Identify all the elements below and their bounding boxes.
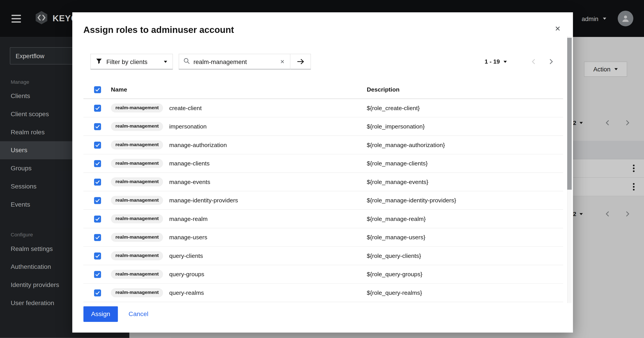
- badge-cell: realm-management: [111, 270, 169, 279]
- role-name: manage-events: [169, 179, 210, 185]
- role-name: query-realms: [169, 290, 204, 296]
- role-description: ${role_query-groups}: [367, 271, 422, 278]
- role-description: ${role_manage-authorization}: [367, 142, 445, 148]
- clear-search-icon[interactable]: ✕: [279, 58, 285, 65]
- row-checkbox[interactable]: [94, 289, 101, 296]
- modal-title: Assign roles to adminuser account: [83, 24, 234, 35]
- pagination-next-button[interactable]: [542, 59, 560, 64]
- role-row: realm-management query-clients ${role_qu…: [83, 247, 563, 265]
- client-badge: realm-management: [111, 140, 163, 149]
- role-row: realm-management create-client ${role_cr…: [83, 99, 563, 118]
- roles-table-body: realm-management create-client ${role_cr…: [83, 99, 563, 302]
- role-description: ${role_manage-users}: [367, 234, 426, 240]
- search-group: ✕: [179, 54, 311, 70]
- pagination-range-label: 1 - 19: [484, 58, 500, 65]
- role-row: realm-management manage-identity-provide…: [83, 192, 563, 210]
- badge-cell: realm-management: [111, 288, 169, 297]
- row-checkbox[interactable]: [94, 160, 101, 167]
- check-icon: [96, 162, 100, 166]
- filter-dropdown-label: Filter by clients: [106, 58, 147, 65]
- client-badge: realm-management: [111, 288, 163, 297]
- role-description: ${role_manage-identity-providers}: [367, 197, 456, 204]
- check-icon: [96, 125, 100, 128]
- select-all-checkbox[interactable]: [94, 86, 101, 93]
- role-name: create-client: [169, 105, 202, 111]
- check-icon: [96, 88, 100, 92]
- role-row: realm-management manage-authorization ${…: [83, 136, 563, 154]
- role-row: realm-management manage-users ${role_man…: [83, 228, 563, 247]
- client-badge: realm-management: [111, 122, 163, 131]
- role-name: query-clients: [169, 252, 203, 259]
- pagination-prev-button[interactable]: [524, 59, 542, 64]
- table-header-row: Name Description: [83, 80, 563, 99]
- row-checkbox[interactable]: [94, 178, 101, 185]
- check-icon: [96, 198, 100, 202]
- filter-by-clients-dropdown[interactable]: Filter by clients: [90, 54, 173, 70]
- role-description: ${role_manage-clients}: [367, 160, 428, 166]
- row-checkbox[interactable]: [94, 234, 101, 241]
- pagination-range-dropdown[interactable]: 1 - 19: [484, 58, 507, 65]
- search-input[interactable]: [194, 58, 276, 65]
- role-row: realm-management query-realms ${role_que…: [83, 284, 563, 302]
- check-icon: [96, 291, 100, 295]
- search-icon: [184, 58, 190, 66]
- search-submit-button[interactable]: [290, 54, 311, 70]
- client-badge: realm-management: [111, 233, 163, 242]
- badge-cell: realm-management: [111, 233, 169, 242]
- filter-icon: [96, 58, 102, 65]
- role-name: impersonation: [169, 123, 207, 130]
- role-description: ${role_impersonation}: [367, 123, 425, 130]
- client-badge: realm-management: [111, 270, 163, 279]
- chevron-down-icon: [504, 61, 507, 63]
- arrow-right-icon: [297, 59, 304, 64]
- chevron-down-icon: [164, 61, 167, 63]
- role-row: realm-management query-groups ${role_que…: [83, 265, 563, 284]
- role-name: manage-users: [169, 234, 207, 240]
- row-checkbox[interactable]: [94, 215, 101, 222]
- column-header-name: Name: [111, 86, 127, 93]
- badge-cell: realm-management: [111, 251, 169, 260]
- row-checkbox[interactable]: [94, 104, 101, 112]
- client-badge: realm-management: [111, 251, 163, 260]
- check-icon: [96, 180, 100, 184]
- role-name: query-groups: [169, 271, 204, 278]
- row-checkbox[interactable]: [94, 197, 101, 204]
- roles-table: Name Description realm-management create…: [83, 80, 563, 302]
- badge-cell: realm-management: [111, 140, 169, 149]
- client-badge: realm-management: [111, 214, 163, 224]
- assign-button[interactable]: Assign: [83, 306, 118, 322]
- row-checkbox[interactable]: [94, 252, 101, 259]
- role-name: manage-identity-providers: [169, 197, 238, 204]
- role-description: ${role_create-client}: [367, 105, 420, 111]
- role-description: ${role_query-realms}: [367, 290, 422, 296]
- row-checkbox[interactable]: [94, 142, 101, 148]
- client-badge: realm-management: [111, 159, 163, 168]
- assign-roles-modal: Assign roles to adminuser account ✕ Filt…: [72, 12, 573, 333]
- column-header-description: Description: [367, 86, 400, 93]
- badge-cell: realm-management: [111, 104, 169, 112]
- role-name: manage-clients: [169, 160, 210, 166]
- role-row: realm-management impersonation ${role_im…: [83, 118, 563, 136]
- close-icon[interactable]: ✕: [555, 26, 561, 32]
- badge-cell: realm-management: [111, 122, 169, 131]
- role-row: realm-management manage-clients ${role_m…: [83, 154, 563, 173]
- check-icon: [96, 272, 100, 276]
- badge-cell: realm-management: [111, 214, 169, 224]
- role-description: ${role_manage-realm}: [367, 216, 426, 222]
- screen: KEYCLOAK admin Expertflow Manage Clients…: [0, 0, 644, 338]
- badge-cell: realm-management: [111, 196, 169, 205]
- row-checkbox[interactable]: [94, 123, 101, 130]
- badge-cell: realm-management: [111, 159, 169, 168]
- modal-pagination: 1 - 19: [484, 54, 560, 70]
- client-badge: realm-management: [111, 104, 163, 112]
- check-icon: [96, 217, 100, 221]
- check-icon: [96, 254, 100, 258]
- row-checkbox[interactable]: [94, 271, 101, 278]
- badge-cell: realm-management: [111, 178, 169, 186]
- client-badge: realm-management: [111, 196, 163, 205]
- role-name: manage-realm: [169, 216, 208, 222]
- role-description: ${role_manage-events}: [367, 179, 428, 185]
- modal-scrollbar-thumb[interactable]: [567, 38, 572, 190]
- client-badge: realm-management: [111, 178, 163, 186]
- cancel-button[interactable]: Cancel: [128, 306, 148, 322]
